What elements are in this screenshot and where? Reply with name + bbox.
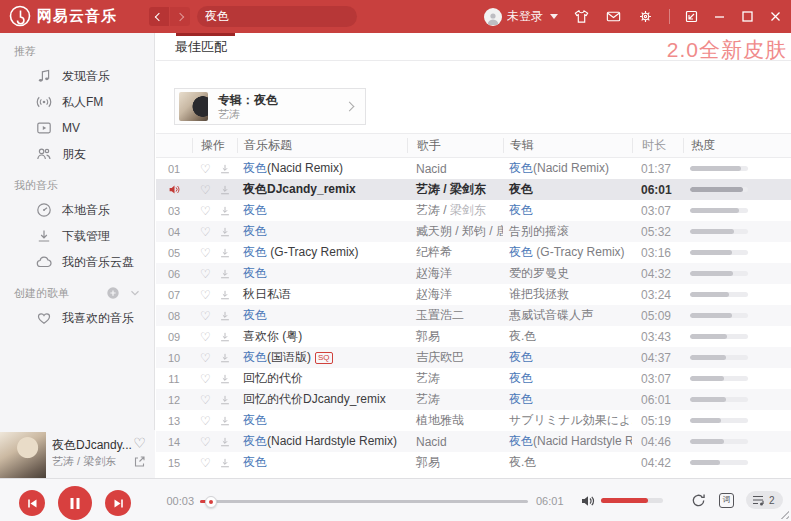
download-icon[interactable] <box>219 415 231 427</box>
like-icon[interactable]: ♡ <box>200 226 211 238</box>
chevron-right-icon[interactable] <box>345 102 355 112</box>
volume-icon[interactable] <box>580 493 596 509</box>
download-icon[interactable] <box>219 310 231 322</box>
sidebar-item-liked-music[interactable]: 我喜欢的音乐 <box>0 305 154 331</box>
song-album[interactable]: 夜色(Nacid Remix) <box>503 160 632 177</box>
search-input[interactable] <box>205 10 360 24</box>
like-icon[interactable]: ♡ <box>200 436 211 448</box>
like-icon[interactable]: ♡ <box>200 289 211 301</box>
now-playing-title[interactable]: 夜色DJcandy... <box>52 437 132 453</box>
minimize-icon[interactable] <box>713 10 726 23</box>
gear-icon[interactable] <box>637 8 654 25</box>
song-album[interactable]: 夜色 (G-Tracy Remix) <box>503 244 632 261</box>
table-row[interactable]: 14♡夜色(Nacid Hardstyle Remix)Nacid夜色(Naci… <box>156 431 791 452</box>
table-row[interactable]: ♡夜色DJcandy_remix艺涛 / 梁剑东夜色06:01 <box>156 179 791 200</box>
like-icon[interactable]: ♡ <box>200 247 211 259</box>
download-icon[interactable] <box>219 184 231 196</box>
like-icon[interactable]: ♡ <box>200 184 211 196</box>
like-icon[interactable]: ♡ <box>200 331 211 343</box>
song-title[interactable]: 夜色 <box>237 223 407 240</box>
song-artist[interactable]: Nacid <box>407 162 503 176</box>
download-icon[interactable] <box>219 268 231 280</box>
song-artist[interactable]: 艺涛 <box>407 391 503 408</box>
search-box[interactable] <box>197 6 357 27</box>
song-artist[interactable]: 臧天朔 / 郑钧 / 唐... <box>407 223 503 240</box>
table-row[interactable]: 10♡夜色(国语版)SQ吉庆欧巴夜色04:37 <box>156 347 791 368</box>
lyrics-icon[interactable]: 词 <box>719 493 734 508</box>
song-title[interactable]: 夜色 <box>237 454 407 471</box>
song-title[interactable]: 喜欢你 (粤) <box>237 328 407 345</box>
song-artist[interactable]: Nacid <box>407 435 503 449</box>
download-icon[interactable] <box>219 394 231 406</box>
table-row[interactable]: 15♡夜色郭易夜.色04:42 <box>156 452 791 473</box>
best-match-album-card[interactable]: 专辑：夜色 艺涛 <box>174 88 366 125</box>
song-artist[interactable]: 艺涛 / 梁剑东 <box>407 181 503 198</box>
table-row[interactable]: 05♡夜色 (G-Tracy Remix)纪粹希夜色 (G-Tracy Remi… <box>156 242 791 263</box>
playlist-button[interactable]: 2 <box>746 491 783 509</box>
volume-slider[interactable] <box>601 498 663 503</box>
song-title[interactable]: 回忆的代价DJcandy_remix <box>237 391 407 408</box>
song-artist[interactable]: 吉庆欧巴 <box>407 349 503 366</box>
song-title[interactable]: 夜色 <box>237 412 407 429</box>
song-album[interactable]: 告别的摇滚 <box>503 223 632 240</box>
sidebar-item-download-manager[interactable]: 下载管理 <box>0 223 154 249</box>
mail-icon[interactable] <box>605 8 622 25</box>
pause-button[interactable] <box>58 486 92 520</box>
song-title[interactable]: 夜色 <box>237 202 407 219</box>
download-icon[interactable] <box>219 457 231 469</box>
song-title[interactable]: 秋日私语 <box>237 286 407 303</box>
like-icon[interactable]: ♡ <box>200 457 211 469</box>
table-row[interactable]: 09♡喜欢你 (粤)郭易夜.色03:43 <box>156 326 791 347</box>
song-album[interactable]: 夜色 <box>503 391 632 408</box>
table-row[interactable]: 03♡夜色艺涛 / 梁剑东夜色03:07 <box>156 200 791 221</box>
next-button[interactable] <box>105 490 131 516</box>
sidebar-item-fm[interactable]: 私人FM <box>0 89 154 115</box>
sidebar-item-discover[interactable]: 发现音乐 <box>0 63 154 89</box>
song-title[interactable]: 夜色DJcandy_remix <box>237 181 407 198</box>
sidebar-item-friends[interactable]: 朋友 <box>0 141 154 167</box>
song-album[interactable]: 夜色 <box>503 202 632 219</box>
previous-button[interactable] <box>19 490 45 516</box>
song-album[interactable]: 夜.色 <box>503 328 632 345</box>
download-icon[interactable] <box>219 226 231 238</box>
progress-slider[interactable] <box>200 500 528 503</box>
like-icon[interactable]: ♡ <box>133 436 146 450</box>
song-artist[interactable]: 纪粹希 <box>407 244 503 261</box>
song-album[interactable]: 夜.色 <box>503 454 632 471</box>
song-artist[interactable]: 郭易 <box>407 454 503 471</box>
like-icon[interactable]: ♡ <box>200 415 211 427</box>
song-album[interactable]: 夜色 <box>503 181 632 198</box>
song-artist[interactable]: 艺涛 <box>407 370 503 387</box>
user-menu[interactable]: 未登录 <box>484 8 558 26</box>
share-icon[interactable] <box>133 455 146 468</box>
song-artist[interactable]: 植地雅哉 <box>407 412 503 429</box>
sidebar-item-mv[interactable]: MV <box>0 115 154 141</box>
back-button[interactable] <box>149 7 169 26</box>
table-row[interactable]: 11♡回忆的代价艺涛夜色03:07 <box>156 368 791 389</box>
song-title[interactable]: 夜色 <box>237 265 407 282</box>
song-artist[interactable]: 玉置浩二 <box>407 307 503 324</box>
download-icon[interactable] <box>219 331 231 343</box>
like-icon[interactable]: ♡ <box>200 268 211 280</box>
download-icon[interactable] <box>219 373 231 385</box>
download-icon[interactable] <box>219 289 231 301</box>
like-icon[interactable]: ♡ <box>200 352 211 364</box>
download-icon[interactable] <box>219 205 231 217</box>
song-artist[interactable]: 郭易 <box>407 328 503 345</box>
song-album[interactable]: 夜色 <box>503 370 632 387</box>
like-icon[interactable]: ♡ <box>200 310 211 322</box>
download-icon[interactable] <box>219 352 231 364</box>
song-album[interactable]: 夜色(Nacid Hardstyle R... <box>503 433 632 450</box>
table-row[interactable]: 01♡夜色(Nacid Remix)Nacid夜色(Nacid Remix)01… <box>156 158 791 179</box>
song-title[interactable]: 夜色 (G-Tracy Remix) <box>237 244 407 261</box>
shirt-skin-icon[interactable] <box>573 8 590 25</box>
song-artist[interactable]: 赵海洋 <box>407 265 503 282</box>
table-row[interactable]: 12♡回忆的代价DJcandy_remix艺涛夜色06:01 <box>156 389 791 410</box>
download-icon[interactable] <box>219 163 231 175</box>
table-row[interactable]: 06♡夜色赵海洋爱的罗曼史04:32 <box>156 263 791 284</box>
song-album[interactable]: 夜色 <box>503 349 632 366</box>
song-album[interactable]: 谁把我拯救 <box>503 286 632 303</box>
song-album[interactable]: 惠威试音碟人声 <box>503 307 632 324</box>
table-row[interactable]: 07♡秋日私语赵海洋谁把我拯救03:24 <box>156 284 791 305</box>
mini-mode-icon[interactable] <box>685 10 698 23</box>
